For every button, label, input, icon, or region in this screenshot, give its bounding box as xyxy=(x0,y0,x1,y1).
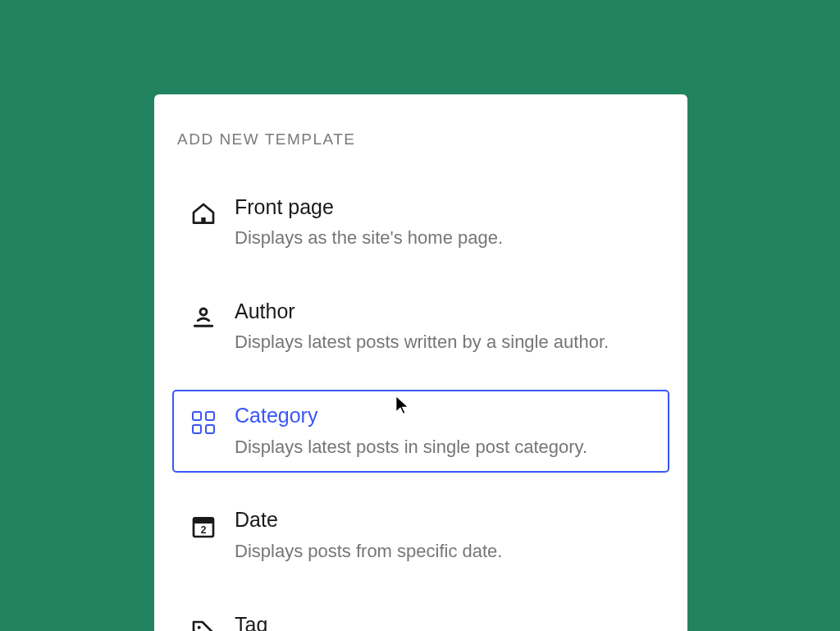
template-text: Author Displays latest posts written by … xyxy=(235,299,653,355)
template-title: Date xyxy=(235,507,653,533)
template-option-author[interactable]: Author Displays latest posts written by … xyxy=(172,286,669,368)
svg-rect-4 xyxy=(194,519,213,524)
template-text: Tag Displays latest posts with single po… xyxy=(235,612,653,631)
template-title: Category xyxy=(235,403,653,428)
template-option-tag[interactable]: Tag Displays latest posts with single po… xyxy=(172,599,669,631)
template-title: Tag xyxy=(235,612,653,631)
template-title: Front page xyxy=(235,194,653,220)
template-option-front-page[interactable]: Front page Displays as the site's home p… xyxy=(172,181,669,264)
home-icon xyxy=(189,199,218,229)
svg-point-6 xyxy=(198,625,201,629)
template-text: Front page Displays as the site's home p… xyxy=(235,194,653,251)
template-text: Category Displays latest posts in single… xyxy=(235,403,653,460)
panel-heading: Add New Template xyxy=(177,130,669,149)
svg-point-1 xyxy=(200,309,207,315)
svg-text:2: 2 xyxy=(201,524,207,536)
template-description: Displays latest posts written by a singl… xyxy=(235,329,653,355)
svg-rect-0 xyxy=(201,217,205,223)
add-template-panel: Add New Template Front page Displays as … xyxy=(154,94,687,631)
template-option-category[interactable]: Category Displays latest posts in single… xyxy=(172,390,669,473)
template-title: Author xyxy=(235,299,653,324)
template-option-date[interactable]: 2 Date Displays posts from specific date… xyxy=(172,494,669,577)
template-text: Date Displays posts from specific date. xyxy=(235,507,653,564)
calendar-icon: 2 xyxy=(189,512,218,542)
author-icon xyxy=(189,304,218,333)
category-icon xyxy=(189,408,218,437)
template-description: Displays as the site's home page. xyxy=(235,225,653,251)
template-description: Displays posts from specific date. xyxy=(235,538,653,565)
tag-icon xyxy=(189,617,218,631)
template-description: Displays latest posts in single post cat… xyxy=(235,434,653,460)
